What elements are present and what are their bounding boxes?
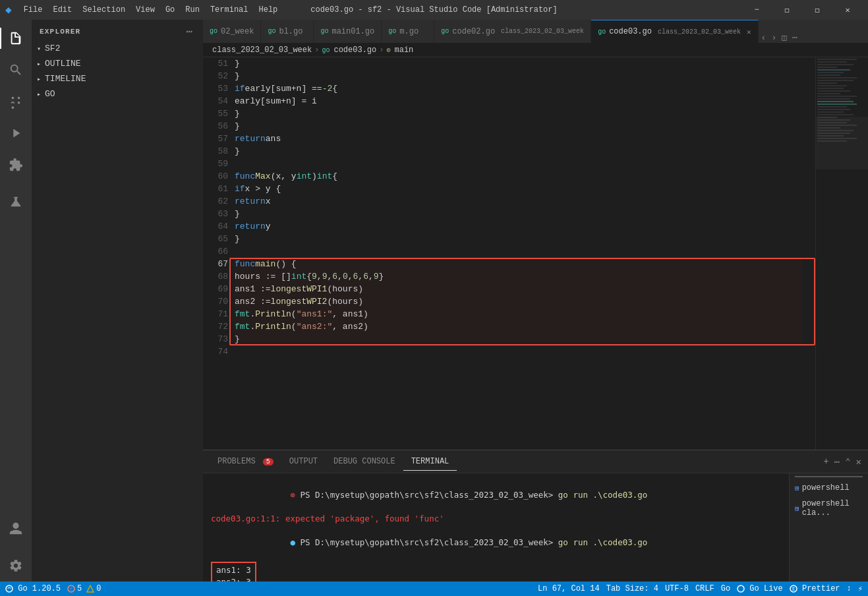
menu-file[interactable]: File bbox=[18, 3, 48, 17]
code-line: } bbox=[235, 233, 802, 245]
terminal-maximize-icon[interactable]: ⌃ bbox=[845, 456, 850, 467]
svg-rect-5 bbox=[817, 72, 844, 73]
terminal-label: TERMINAL bbox=[411, 457, 449, 466]
tab-close-icon[interactable]: ✕ bbox=[747, 28, 751, 36]
statusbar-encoding[interactable]: UTF-8 bbox=[665, 584, 689, 593]
svg-rect-10 bbox=[817, 85, 847, 86]
window-title: code03.go - sf2 - Visual Studio Code [Ad… bbox=[310, 5, 557, 15]
code-line: } bbox=[235, 145, 802, 158]
terminal-add-icon[interactable]: + bbox=[823, 456, 828, 467]
right-panel-powershell-cla[interactable]: ⊞ powershell cla... bbox=[790, 496, 868, 521]
maximize-button[interactable]: ◻ bbox=[802, 0, 832, 20]
statusbar-sync-icon[interactable]: ↕ bbox=[847, 584, 852, 593]
statusbar-language[interactable]: Go bbox=[721, 584, 730, 593]
arrow-icon: ▸ bbox=[37, 75, 41, 83]
svg-rect-11 bbox=[817, 88, 844, 89]
tab-debug-console[interactable]: DEBUG CONSOLE bbox=[326, 453, 403, 470]
tab-label: code02.go bbox=[452, 27, 495, 36]
sidebar-title: EXPLORER bbox=[40, 28, 80, 36]
sidebar-more-icon[interactable]: ⋯ bbox=[183, 25, 195, 38]
code-line: return x bbox=[235, 195, 802, 208]
code-area[interactable]: 51525354 55565758 59606162 63646566 6768… bbox=[203, 57, 815, 450]
activity-account[interactable] bbox=[0, 513, 32, 545]
arrow-icon: ▾ bbox=[37, 45, 41, 53]
tab-nav-next[interactable]: › bbox=[768, 33, 779, 43]
svg-point-33 bbox=[6, 585, 13, 592]
svg-rect-18 bbox=[817, 106, 847, 107]
tab-code03-go[interactable]: go code03.go class_2023_02_03_week ✕ bbox=[591, 20, 758, 43]
terminal-command: go run .\code03.go bbox=[558, 537, 647, 547]
menu-go[interactable]: Go bbox=[160, 3, 180, 17]
tab-main01-go[interactable]: go main01.go bbox=[314, 20, 382, 43]
tab-more-icon[interactable]: ⋯ bbox=[790, 32, 800, 43]
statusbar-eol[interactable]: CRLF bbox=[695, 584, 714, 593]
go-icon: go bbox=[268, 28, 275, 35]
menu-help[interactable]: Help bbox=[254, 3, 283, 17]
problems-label: PROBLEMS bbox=[217, 457, 256, 466]
menu-selection[interactable]: Selection bbox=[77, 3, 130, 17]
tab-bl-go[interactable]: go bl.go bbox=[261, 20, 314, 43]
svg-rect-19 bbox=[817, 109, 850, 110]
statusbar-prettier[interactable]: Prettier bbox=[790, 584, 840, 593]
sidebar-item-outline[interactable]: ▸ OUTLINE bbox=[32, 56, 203, 71]
code-line: early[sum+n] = i bbox=[235, 95, 802, 107]
titlebar-left: ◆ File Edit Selection View Go Run Termin… bbox=[5, 3, 283, 17]
close-button[interactable]: ✕ bbox=[832, 0, 863, 20]
statusbar-notification-icon[interactable]: ⚡ bbox=[858, 584, 863, 594]
terminal-error-line: code03.go:1:1: expected 'package', found… bbox=[211, 513, 781, 525]
terminal-more-icon[interactable]: ⋯ bbox=[834, 456, 840, 467]
right-panel: ⊞ powershell ⊞ powershell cla... bbox=[789, 473, 868, 581]
menu-terminal[interactable]: Terminal bbox=[205, 3, 254, 17]
menu-view[interactable]: View bbox=[130, 3, 160, 17]
code-lines: } } if early[sum+n] == -2 { early[sum+n]… bbox=[235, 57, 815, 358]
svg-rect-15 bbox=[817, 98, 850, 100]
tab-terminal[interactable]: TERMINAL bbox=[403, 453, 457, 471]
svg-rect-14 bbox=[817, 96, 857, 97]
code-line: } bbox=[235, 333, 802, 345]
tab-output[interactable]: OUTPUT bbox=[281, 453, 326, 470]
sidebar-item-go[interactable]: ▸ GO bbox=[32, 86, 203, 102]
code-line: } bbox=[235, 57, 802, 70]
statusbar-go-version[interactable]: Go 1.20.5 bbox=[5, 584, 61, 593]
right-panel-powershell[interactable]: ⊞ powershell bbox=[790, 480, 868, 496]
menu-run[interactable]: Run bbox=[180, 3, 205, 17]
activity-extensions[interactable] bbox=[0, 149, 32, 181]
statusbar-position[interactable]: Ln 67, Col 14 bbox=[538, 584, 600, 593]
editor-row: 51525354 55565758 59606162 63646566 6768… bbox=[203, 57, 868, 450]
account-icon bbox=[9, 522, 23, 536]
activity-test[interactable] bbox=[0, 186, 32, 218]
breadcrumb-file: go code03.go bbox=[322, 45, 376, 55]
tab-extra-label: class_2023_02_03_week bbox=[501, 28, 584, 35]
activity-run[interactable] bbox=[0, 117, 32, 149]
svg-rect-17 bbox=[817, 104, 857, 105]
menu-edit[interactable]: Edit bbox=[47, 3, 77, 17]
terminal-close-icon[interactable]: ✕ bbox=[856, 456, 861, 467]
tab-m-go[interactable]: go m.go bbox=[382, 20, 434, 43]
breadcrumb-sep1: › bbox=[314, 45, 319, 55]
output-label: OUTPUT bbox=[289, 457, 318, 466]
tab-nav-prev[interactable]: ‹ bbox=[759, 33, 769, 43]
sidebar-item-timeline[interactable]: ▸ TIMELINE bbox=[32, 71, 203, 86]
restore-button[interactable]: ◻ bbox=[772, 0, 802, 20]
editor-main: 51525354 55565758 59606162 63646566 6768… bbox=[203, 57, 868, 581]
tab-code02-go[interactable]: go code02.go class_2023_02_03_week bbox=[434, 20, 591, 43]
minimize-button[interactable]: − bbox=[741, 0, 772, 20]
tab-split-icon[interactable]: ◫ bbox=[779, 32, 790, 43]
activity-source-control[interactable] bbox=[0, 86, 32, 117]
statusbar-golive[interactable]: Go Live bbox=[737, 584, 783, 593]
statusbar-right: Ln 67, Col 14 Tab Size: 4 UTF-8 CRLF Go … bbox=[538, 584, 863, 594]
terminal-body[interactable]: ⊗ PS D:\mysetup\gopath\src\sf2\class_202… bbox=[203, 473, 789, 581]
terminal-prompt: PS D:\mysetup\gopath\src\sf2\class_2023_… bbox=[300, 537, 558, 547]
vscode-icon: ◆ bbox=[5, 3, 12, 16]
activity-explorer[interactable] bbox=[0, 22, 32, 54]
activity-search[interactable] bbox=[0, 54, 32, 86]
code-line: fmt.Println("ans2:", ans2) bbox=[235, 320, 802, 333]
sidebar-item-sf2[interactable]: ▾ SF2 bbox=[32, 41, 203, 56]
activity-settings[interactable] bbox=[0, 550, 32, 581]
statusbar-errors[interactable]: ! 5 0 bbox=[67, 584, 101, 593]
tab-02-week[interactable]: go 02_week bbox=[203, 20, 261, 43]
breadcrumb: class_2023_02_03_week › go code03.go › ⊙… bbox=[203, 43, 868, 57]
terminal-output-line: ans2: 3 bbox=[216, 576, 251, 581]
statusbar-tabsize[interactable]: Tab Size: 4 bbox=[606, 584, 658, 593]
tab-problems[interactable]: PROBLEMS 5 bbox=[210, 453, 281, 470]
